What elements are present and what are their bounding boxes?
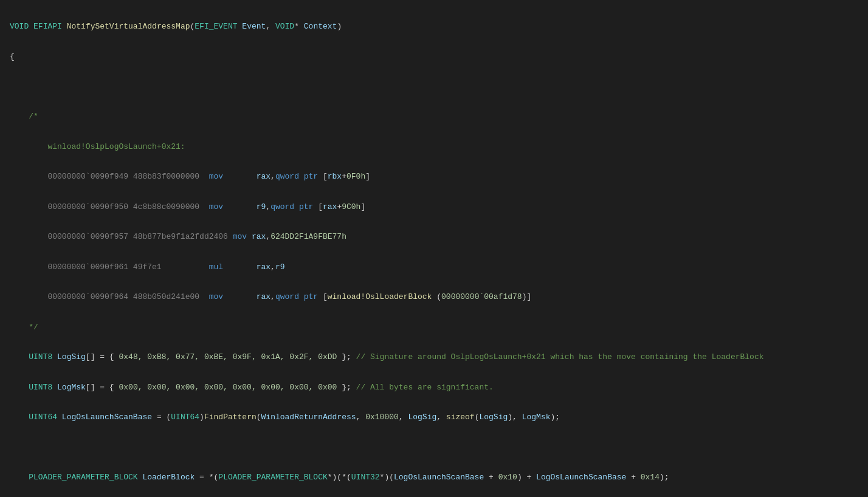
code-line-11: */ [0,321,868,334]
code-line-9: 00000000`0090f961 49f7e1 mul rax,r9 [0,261,868,273]
code-editor[interactable]: VOID EFIAPI NotifySetVirtualAddressMap(E… [0,0,868,497]
code-line-4: /* [0,111,868,123]
code-line-13: UINT8 LogMsk[] = { 0x00, 0x00, 0x00, 0x0… [0,382,868,394]
code-line-14: UINT64 LogOsLaunchScanBase = (UINT64)Fin… [0,411,868,423]
code-line-15 [0,442,868,453]
code-line-10: 00000000`0090f964 488b050d241e00 mov rax… [0,291,868,303]
code-line-2: { [0,51,868,63]
code-line-7: 00000000`0090f950 4c8b88c0090000 mov r9,… [0,201,868,213]
code-line-5: winload!OslpLogOsLaunch+0x21: [0,141,868,153]
code-line-3 [0,81,868,92]
code-line-6: 00000000`0090f949 488b83f0000000 mov rax… [0,171,868,183]
code-line-12: UINT8 LogSig[] = { 0x48, 0xB8, 0x77, 0xB… [0,351,868,363]
code-line-8: 00000000`0090f957 48b877be9f1a2fdd2406 m… [0,231,868,243]
code-line-1: VOID EFIAPI NotifySetVirtualAddressMap(E… [0,21,868,33]
code-line-16: PLOADER_PARAMETER_BLOCK LoaderBlock = *(… [0,471,868,484]
